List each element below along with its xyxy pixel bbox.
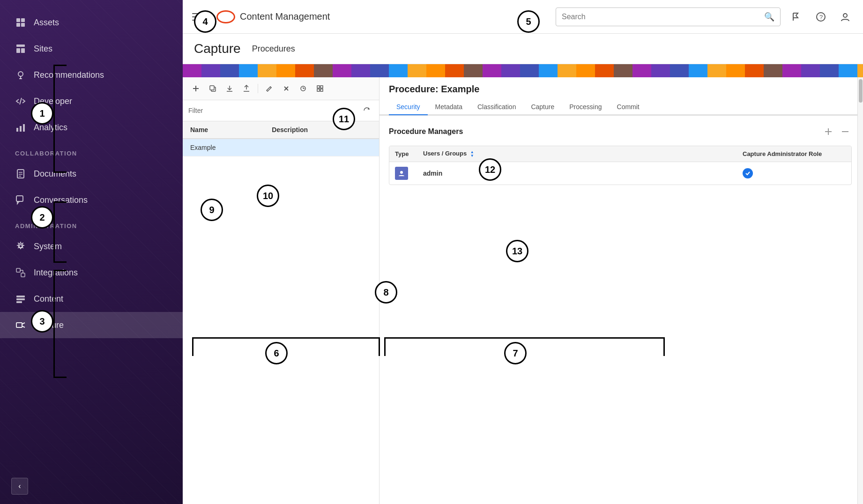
annotation-9: 9 [201, 199, 223, 221]
refresh-button[interactable] [360, 104, 373, 117]
check-icon [743, 168, 753, 178]
svg-rect-49 [317, 89, 320, 91]
bracket-1-vert [53, 65, 55, 172]
annotation-4: 4 [194, 10, 216, 33]
sidebar-item-documents[interactable]: Documents [0, 161, 183, 187]
sidebar-item-capture[interactable]: Capture [0, 312, 183, 338]
upload-button[interactable] [239, 81, 254, 96]
col-type-header: Type [395, 150, 423, 157]
checkmark-icon [745, 170, 751, 176]
annotation-1: 1 [31, 102, 53, 125]
sidebar-item-system[interactable]: System [0, 233, 183, 259]
add-button[interactable] [188, 81, 203, 96]
svg-point-7 [18, 72, 23, 76]
sidebar-item-conversations[interactable]: Conversations [0, 187, 183, 213]
sidebar-item-analytics[interactable]: Analytics [0, 114, 183, 141]
download-button[interactable] [222, 81, 237, 96]
annotation-8: 8 [375, 281, 397, 304]
table-row[interactable]: Example [183, 139, 379, 156]
svg-point-32 [843, 14, 847, 17]
managers-section-header: Procedure Managers [389, 125, 852, 138]
help-button[interactable]: ? [812, 8, 829, 25]
sidebar-item-content[interactable]: Content [0, 286, 183, 312]
tab-classification[interactable]: Classification [470, 99, 523, 115]
section-actions [822, 125, 852, 138]
oracle-logo [216, 10, 235, 23]
sidebar: Assets Sites [0, 0, 183, 504]
bracket-1-top [53, 65, 67, 66]
assets-label: Assets [34, 18, 59, 28]
copy-button[interactable] [205, 81, 220, 96]
add-manager-button[interactable] [822, 125, 835, 138]
sidebar-collapse-button[interactable]: ‹ [11, 478, 28, 495]
svg-line-41 [270, 87, 271, 88]
refresh-icon [363, 107, 371, 114]
documents-icon [15, 168, 26, 179]
sidebar-item-developer[interactable]: Developer [0, 88, 183, 114]
svg-rect-6 [21, 48, 25, 53]
bracket-7-right [663, 337, 665, 356]
svg-rect-18 [16, 196, 23, 201]
svg-rect-1 [21, 18, 25, 22]
annotation-10: 10 [257, 185, 279, 207]
tab-metadata[interactable]: Metadata [428, 99, 470, 115]
delete-icon [283, 85, 290, 92]
content-icon [15, 293, 26, 304]
row-username: admin [423, 170, 743, 177]
bracket-1-bot [53, 171, 67, 173]
svg-rect-24 [16, 296, 25, 297]
sidebar-item-sites[interactable]: Sites [0, 36, 183, 62]
search-bar[interactable]: 🔍 [556, 7, 781, 26]
add-icon [192, 85, 200, 92]
remove-manager-button[interactable] [839, 125, 852, 138]
svg-rect-20 [16, 268, 20, 272]
row-desc-example [272, 144, 372, 151]
managers-table-row[interactable]: admin [389, 162, 851, 185]
col-role-header: Capture Administrator Role [743, 150, 846, 157]
flag-button[interactable] [788, 8, 805, 25]
svg-rect-4 [16, 44, 25, 47]
restore-button[interactable] [296, 81, 311, 96]
capture-icon [15, 319, 26, 331]
delete-button[interactable] [279, 81, 294, 96]
detail-header: Procedure: Example Security Metadata Cla… [379, 77, 863, 116]
edit-button[interactable] [262, 81, 277, 96]
more-button[interactable] [312, 81, 327, 96]
conversations-icon [15, 194, 26, 206]
system-icon [15, 241, 26, 252]
bracket-3-vert [53, 270, 55, 378]
row-type [395, 167, 423, 180]
tab-processing[interactable]: Processing [562, 99, 609, 115]
sidebar-item-integrations[interactable]: Integrations [0, 259, 183, 286]
analytics-icon [15, 122, 26, 133]
detail-content: Procedure Managers [379, 116, 863, 504]
breadcrumb-procedures[interactable]: Procedures [252, 44, 295, 54]
sidebar-item-recommendations[interactable]: Recommendations [0, 62, 183, 88]
sites-icon [15, 43, 26, 54]
detail-scrollbar[interactable] [857, 77, 863, 504]
row-name-example: Example [190, 144, 272, 151]
user-button[interactable] [837, 8, 854, 25]
bracket-2-top [53, 201, 67, 203]
collaboration-section-label: COLLABORATION [0, 141, 183, 161]
developer-icon [15, 96, 26, 107]
bracket-3-top [53, 270, 67, 271]
app-container: 1 2 3 4 5 6 7 8 9 10 11 12 13 [0, 0, 863, 504]
sidebar-item-assets[interactable]: Assets [0, 9, 183, 36]
tab-security[interactable]: Security [389, 99, 428, 115]
tab-commit[interactable]: Commit [610, 99, 647, 115]
chevron-left-icon: ‹ [18, 482, 21, 490]
documents-label: Documents [34, 169, 76, 179]
svg-line-10 [20, 98, 22, 104]
remove-manager-icon [841, 127, 850, 136]
search-input[interactable] [562, 13, 760, 21]
sort-arrows: ▲ ▼ [470, 150, 474, 158]
svg-rect-25 [16, 298, 25, 300]
annotation-6: 6 [265, 342, 288, 364]
detail-title: Procedure: Example [389, 84, 854, 95]
bracket-6-horiz [192, 337, 379, 339]
svg-text:?: ? [819, 14, 823, 21]
user-icon [840, 12, 850, 22]
system-label: System [34, 242, 62, 252]
tab-capture[interactable]: Capture [523, 99, 562, 115]
